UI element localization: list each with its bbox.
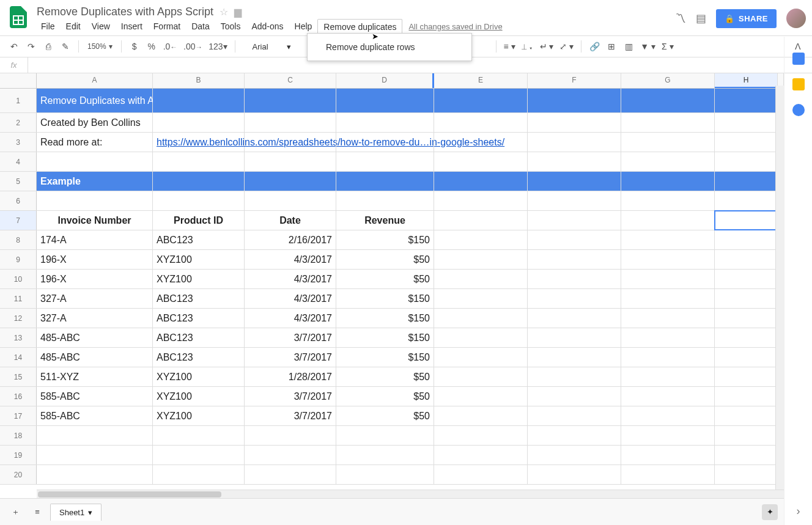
trend-icon[interactable]: 〽 [675, 12, 686, 25]
vertical-scrollbar[interactable] [775, 86, 784, 490]
cell[interactable] [434, 446, 528, 464]
cell[interactable] [528, 426, 621, 445]
cell[interactable] [528, 230, 621, 249]
cell[interactable] [715, 172, 778, 191]
document-title[interactable]: Remove Duplicates with Apps Script [34, 6, 213, 18]
cell[interactable]: 327-A [37, 309, 153, 328]
col-header-a[interactable]: A [37, 73, 153, 88]
cell[interactable]: 485-ABC [37, 328, 153, 347]
cell[interactable] [153, 172, 245, 191]
cell[interactable]: $50 [336, 270, 434, 288]
cell[interactable] [245, 89, 336, 112]
cell[interactable] [528, 172, 621, 191]
cell[interactable] [715, 152, 778, 171]
cell[interactable] [621, 250, 715, 269]
cell[interactable]: 585-ABC [37, 387, 153, 406]
cell[interactable]: 1/28/2017 [245, 367, 336, 386]
cell[interactable] [434, 426, 528, 445]
cell[interactable] [528, 152, 621, 171]
cell-link[interactable]: https://www.benlcollins.com/spreadsheets… [153, 133, 245, 152]
cell[interactable] [528, 328, 621, 347]
explore-button[interactable]: ✦ [762, 504, 778, 520]
cell[interactable] [715, 465, 778, 484]
cell[interactable]: $50 [336, 367, 434, 386]
select-all-corner[interactable] [0, 73, 37, 88]
cell[interactable]: $50 [336, 406, 434, 425]
cell[interactable]: 4/3/2017 [245, 289, 336, 308]
redo-button[interactable]: ↷ [23, 39, 39, 54]
cell[interactable] [37, 152, 153, 171]
sheets-logo-icon[interactable] [6, 5, 31, 29]
cell[interactable] [528, 191, 621, 210]
cell[interactable] [528, 270, 621, 288]
cell[interactable] [715, 426, 778, 445]
cell[interactable]: Invoice Number [37, 211, 153, 230]
cell[interactable]: $150 [336, 348, 434, 367]
cell[interactable] [336, 446, 434, 464]
cell[interactable] [715, 367, 778, 386]
cell[interactable] [621, 465, 715, 484]
menu-data[interactable]: Data [186, 19, 215, 34]
cell[interactable] [715, 309, 778, 328]
cell[interactable]: XYZ100 [153, 270, 245, 288]
cell[interactable] [245, 113, 336, 132]
cell[interactable] [336, 426, 434, 445]
cell[interactable]: XYZ100 [153, 367, 245, 386]
side-panel-toggle[interactable]: › [797, 505, 800, 518]
menu-view[interactable]: View [86, 19, 116, 34]
cell[interactable] [336, 191, 434, 210]
row-header[interactable]: 6 [0, 191, 37, 210]
cell[interactable]: 3/7/2017 [245, 387, 336, 406]
cell[interactable]: 196-X [37, 250, 153, 269]
col-header-c[interactable]: C [245, 73, 336, 88]
cell[interactable]: XYZ100 [153, 387, 245, 406]
cell[interactable]: 2/16/2017 [245, 230, 336, 249]
menu-remove-duplicates[interactable]: Remove duplicates [317, 19, 402, 34]
cell[interactable] [621, 172, 715, 191]
cell[interactable] [528, 89, 621, 112]
valign-button[interactable]: ⟂ ▾ [519, 39, 536, 54]
row-header[interactable]: 13 [0, 328, 37, 347]
cell[interactable] [153, 89, 245, 112]
row-header[interactable]: 1 [0, 89, 37, 112]
cell[interactable] [528, 406, 621, 425]
row-header[interactable]: 15 [0, 367, 37, 386]
chart-button[interactable]: ▥ [621, 39, 637, 54]
col-header-d[interactable]: D [336, 73, 434, 88]
cell[interactable] [153, 113, 245, 132]
cell[interactable] [37, 426, 153, 445]
cell[interactable] [336, 152, 434, 171]
cell[interactable] [528, 367, 621, 386]
cell[interactable]: Product ID [153, 211, 245, 230]
cell[interactable] [434, 152, 528, 171]
cell[interactable]: 4/3/2017 [245, 309, 336, 328]
wrap-button[interactable]: ↵ ▾ [537, 39, 556, 54]
print-button[interactable]: ⎙ [40, 39, 56, 54]
cell[interactable] [434, 133, 528, 152]
cell[interactable] [434, 387, 528, 406]
cell[interactable] [528, 250, 621, 269]
cell[interactable]: ABC123 [153, 289, 245, 308]
number-format-button[interactable]: 123 ▾ [206, 39, 229, 54]
cell[interactable] [621, 230, 715, 249]
cell[interactable] [434, 191, 528, 210]
font-select[interactable]: Arial▾ [240, 42, 303, 51]
cell[interactable] [715, 270, 778, 288]
zoom-select[interactable]: 150%▾ [84, 42, 116, 51]
cell[interactable] [245, 446, 336, 464]
halign-button[interactable]: ≡ ▾ [501, 39, 518, 54]
cell[interactable] [434, 230, 528, 249]
horizontal-scrollbar[interactable] [37, 490, 784, 498]
row-header[interactable]: 20 [0, 465, 37, 484]
cell[interactable] [715, 446, 778, 464]
cell[interactable]: ABC123 [153, 309, 245, 328]
cell[interactable] [336, 465, 434, 484]
cell[interactable] [434, 113, 528, 132]
cell[interactable]: $50 [336, 250, 434, 269]
row-header[interactable]: 9 [0, 250, 37, 269]
cell[interactable] [715, 230, 778, 249]
functions-button[interactable]: Σ ▾ [659, 39, 676, 54]
comments-icon[interactable]: ▤ [696, 12, 706, 25]
cell[interactable]: Example [37, 172, 153, 191]
cell[interactable]: 174-A [37, 230, 153, 249]
